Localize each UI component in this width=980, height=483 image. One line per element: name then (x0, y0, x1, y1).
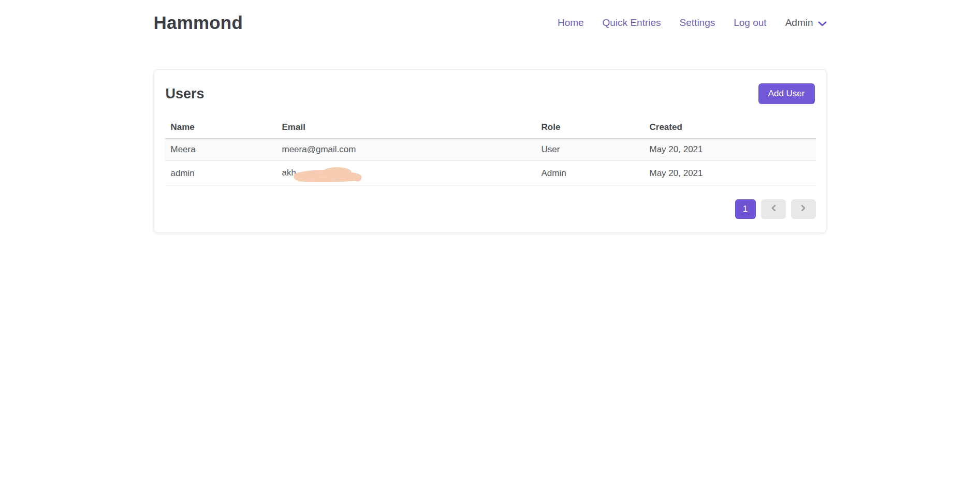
redaction-scribble (294, 167, 363, 182)
user-menu-dropdown[interactable]: Admin (785, 17, 827, 28)
cell-role: Admin (535, 161, 643, 186)
nav-item-quick-entries[interactable]: Quick Entries (603, 17, 661, 28)
user-menu-label: Admin (785, 17, 813, 28)
users-card-header: Users Add User (165, 83, 816, 104)
cell-email: meera@gmail.com (276, 139, 535, 161)
chevron-down-icon (818, 21, 827, 27)
column-header-name: Name (165, 116, 276, 139)
pagination: 1 (165, 199, 816, 219)
chevron-right-icon (801, 204, 806, 214)
pagination-page-1-button[interactable]: 1 (735, 199, 756, 219)
table-header-row: Name Email Role Created (165, 116, 816, 139)
page-title: Users (166, 86, 204, 102)
users-table: Name Email Role Created Meera meera@gmai… (165, 116, 816, 186)
column-header-role: Role (535, 116, 643, 139)
pagination-next-button[interactable] (791, 199, 816, 219)
table-row: Meera meera@gmail.com User May 20, 2021 (165, 139, 816, 161)
pagination-prev-button[interactable] (761, 199, 786, 219)
nav-item-settings[interactable]: Settings (680, 17, 715, 28)
column-header-email: Email (276, 116, 535, 139)
cell-created: May 20, 2021 (643, 139, 816, 161)
cell-name: Meera (165, 139, 276, 161)
page: Hammond Home Quick Entries Settings Log … (0, 0, 980, 483)
nav-item-home[interactable]: Home (558, 17, 584, 28)
nav-item-logout[interactable]: Log out (734, 17, 766, 28)
add-user-button[interactable]: Add User (758, 83, 815, 104)
cell-name: admin (165, 161, 276, 186)
column-header-created: Created (643, 116, 816, 139)
cell-created: May 20, 2021 (643, 161, 816, 186)
table-row: admin akh Admin May 20, 2021 (165, 161, 816, 186)
cell-role: User (535, 139, 643, 161)
cell-email: akh (276, 161, 535, 186)
main-nav: Home Quick Entries Settings Log out Admi… (558, 17, 827, 28)
chevron-left-icon (771, 204, 776, 214)
users-card: Users Add User Name Email Role Created (154, 69, 827, 233)
header: Hammond Home Quick Entries Settings Log … (0, 0, 980, 46)
brand-logo[interactable]: Hammond (154, 12, 243, 33)
